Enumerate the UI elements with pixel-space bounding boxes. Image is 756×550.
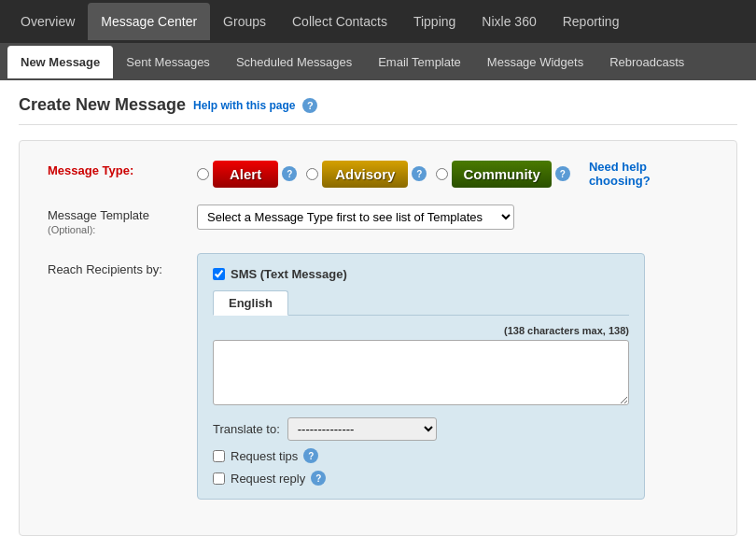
- top-nav: Overview Message Center Groups Collect C…: [0, 0, 756, 43]
- alert-option: Alert ?: [197, 161, 297, 188]
- request-tips-label: Request tips: [231, 449, 298, 463]
- reach-label: Reach Recipients by:: [48, 253, 197, 276]
- template-label-text: Message Template: [48, 208, 149, 222]
- nav-collect-contacts[interactable]: Collect Contacts: [279, 3, 400, 40]
- request-tips-row: Request tips ?: [213, 448, 629, 463]
- request-tips-help-icon[interactable]: ?: [303, 448, 318, 463]
- nav-nixle-360[interactable]: Nixle 360: [469, 3, 549, 40]
- nav-overview[interactable]: Overview: [7, 3, 88, 40]
- help-link[interactable]: Help with this page: [193, 99, 295, 112]
- page-title-bar: Create New Message Help with this page ?: [19, 95, 737, 125]
- subnav-rebroadcasts[interactable]: Rebroadcasts: [596, 46, 697, 78]
- alert-button[interactable]: Alert: [213, 161, 278, 188]
- template-dropdown[interactable]: Select a Message Type first to see list …: [197, 204, 514, 230]
- message-type-options: Alert ? Advisory ? Community ? Need help…: [197, 160, 708, 188]
- sms-label: SMS (Text Message): [231, 267, 347, 281]
- message-type-label: Message Type:: [48, 160, 197, 177]
- nav-groups[interactable]: Groups: [210, 3, 279, 40]
- alert-help-icon[interactable]: ?: [282, 166, 297, 181]
- message-type-row: Message Type: Alert ? Advisory ? Communi…: [48, 160, 708, 188]
- translate-row: Translate to: --------------: [213, 417, 629, 441]
- char-count: (138 characters max, 138): [213, 325, 629, 336]
- subnav-new-message[interactable]: New Message: [7, 46, 113, 78]
- sms-checkbox[interactable]: [213, 268, 225, 280]
- char-left: 138: [609, 325, 625, 336]
- advisory-button[interactable]: Advisory: [322, 161, 408, 188]
- char-max-text: (138 characters max,: [504, 325, 609, 336]
- help-icon[interactable]: ?: [302, 98, 317, 113]
- page-content: Create New Message Help with this page ?…: [0, 80, 756, 550]
- nav-message-center[interactable]: Message Center: [88, 3, 210, 40]
- tab-bar: English: [213, 290, 629, 316]
- template-label: Message Template (Optional):: [48, 204, 197, 236]
- need-help-link[interactable]: Need help choosing?: [589, 160, 708, 188]
- request-reply-label: Request reply: [231, 472, 305, 486]
- advisory-radio[interactable]: [306, 168, 318, 180]
- nav-tipping[interactable]: Tipping: [400, 3, 469, 40]
- community-help-icon[interactable]: ?: [555, 166, 570, 181]
- template-optional-text: (Optional):: [48, 224, 95, 235]
- request-reply-help-icon[interactable]: ?: [311, 471, 326, 486]
- community-radio[interactable]: [436, 168, 448, 180]
- sms-textarea[interactable]: [213, 340, 629, 405]
- subnav-message-widgets[interactable]: Message Widgets: [474, 46, 596, 78]
- sub-nav: New Message Sent Messages Scheduled Mess…: [0, 43, 756, 80]
- translate-label: Translate to:: [213, 422, 280, 436]
- subnav-sent-messages[interactable]: Sent Messages: [113, 46, 223, 78]
- page-title-text: Create New Message: [19, 95, 186, 115]
- subnav-email-template[interactable]: Email Template: [365, 46, 474, 78]
- form-section: Message Type: Alert ? Advisory ? Communi…: [19, 140, 737, 536]
- request-reply-row: Request reply ?: [213, 471, 629, 486]
- alert-radio[interactable]: [197, 168, 209, 180]
- reach-box: SMS (Text Message) English (138 characte…: [197, 253, 645, 500]
- template-select-wrapper: Select a Message Type first to see list …: [197, 204, 514, 230]
- community-option: Community ?: [436, 161, 570, 188]
- template-row: Message Template (Optional): Select a Me…: [48, 204, 708, 236]
- request-tips-checkbox[interactable]: [213, 450, 225, 462]
- advisory-help-icon[interactable]: ?: [412, 166, 427, 181]
- char-left-suffix: ): [625, 325, 629, 336]
- sms-header: SMS (Text Message): [213, 267, 629, 281]
- subnav-scheduled-messages[interactable]: Scheduled Messages: [223, 46, 365, 78]
- community-button[interactable]: Community: [452, 161, 552, 188]
- translate-dropdown[interactable]: --------------: [287, 417, 437, 441]
- nav-reporting[interactable]: Reporting: [550, 3, 633, 40]
- reach-row: Reach Recipients by: SMS (Text Message) …: [48, 253, 708, 500]
- tab-english[interactable]: English: [213, 290, 288, 316]
- advisory-option: Advisory ?: [306, 161, 427, 188]
- request-reply-checkbox[interactable]: [213, 472, 225, 485]
